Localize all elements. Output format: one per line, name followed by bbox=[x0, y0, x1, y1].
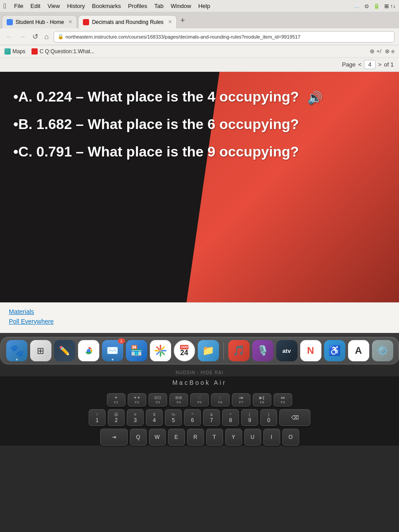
dock-textedit[interactable]: A bbox=[348, 340, 369, 361]
toolbar-icons: ⊕ +/ ⊗ e bbox=[370, 48, 395, 55]
slide-area: •A. 0.224 – What place is the 4 occupyin… bbox=[0, 72, 399, 302]
key-fast-forward[interactable]: ⏭F9 bbox=[274, 393, 292, 407]
bookmark-maps[interactable]: Maps bbox=[4, 48, 25, 55]
music-icon: 🎵 bbox=[233, 345, 245, 356]
podcasts-icon: 🎙️ bbox=[257, 345, 269, 356]
tab-label-student-hub: Student Hub - Home bbox=[16, 19, 64, 25]
circle-e-icon[interactable]: ⊗ e bbox=[385, 48, 395, 55]
dock-mail[interactable]: ✉️ 1 bbox=[102, 340, 123, 361]
menu-window[interactable]: Window bbox=[171, 3, 191, 9]
dock-area: 🐾 ⊞ ✏️ ✉️ 1 bbox=[0, 333, 399, 368]
clock-display: ⊞ ↑↓ bbox=[384, 3, 395, 9]
accessibility-icon: ♿ bbox=[329, 345, 340, 356]
tab-bar: Student Hub - Home ✕ Decimals and Roundi… bbox=[0, 12, 399, 28]
key-4[interactable]: $4 bbox=[146, 409, 163, 426]
dock-edit[interactable]: ✏️ bbox=[54, 340, 75, 361]
menu-bookmarks[interactable]: Bookmarks bbox=[92, 3, 121, 9]
key-y[interactable]: Y bbox=[225, 429, 242, 446]
menu-help[interactable]: Help bbox=[198, 3, 210, 9]
dock-launchpad[interactable]: ⊞ bbox=[30, 340, 51, 361]
key-8[interactable]: *8 bbox=[222, 409, 239, 426]
key-tab[interactable]: ⇥ bbox=[100, 429, 128, 446]
key-backspace[interactable]: ⌫ bbox=[279, 409, 310, 426]
dock-podcasts[interactable]: 🎙️ bbox=[252, 340, 274, 361]
dock-appstore[interactable]: 🏪 bbox=[126, 340, 147, 361]
menu-view[interactable]: View bbox=[47, 3, 60, 9]
bookmark-canvas[interactable]: C Q:Question:1.What... bbox=[31, 48, 94, 55]
plus-icon[interactable]: ⊕ +/ bbox=[370, 48, 381, 55]
bookmarks-bar: Maps C Q:Question:1.What... ⊕ +/ ⊗ e bbox=[0, 45, 399, 58]
home-button[interactable]: ⌂ bbox=[43, 33, 50, 41]
key-mission-control[interactable]: ⊟⊡F3 bbox=[149, 393, 167, 407]
apple-menu[interactable]:  bbox=[4, 2, 6, 10]
key-o[interactable]: O bbox=[282, 429, 299, 446]
key-1[interactable]: !1 bbox=[89, 409, 106, 426]
page-label: Page bbox=[342, 61, 356, 68]
page-arrow-right[interactable]: > bbox=[378, 61, 382, 68]
key-keyboard-light-down[interactable]: ∷F5 bbox=[190, 393, 209, 407]
back-button[interactable]: ← bbox=[4, 33, 14, 41]
key-keyboard-light-up[interactable]: ::F6 bbox=[211, 393, 230, 407]
key-e[interactable]: E bbox=[168, 429, 185, 446]
new-tab-button[interactable]: + bbox=[178, 16, 188, 25]
materials-link[interactable]: Materials bbox=[9, 308, 390, 315]
menu-tab[interactable]: Tab bbox=[154, 3, 164, 9]
page-of-label: of 1 bbox=[384, 61, 394, 68]
dock-chrome[interactable] bbox=[78, 340, 99, 361]
menu-file[interactable]: File bbox=[14, 3, 23, 9]
key-w[interactable]: W bbox=[149, 429, 166, 446]
dock-accessibility[interactable]: ♿ bbox=[324, 340, 345, 361]
menu-right-icons: ☁️ ⊙ 🔋 ⊞ ↑↓ bbox=[353, 3, 395, 9]
url-bar[interactable]: 🔒 northeastern.instructure.com/courses/1… bbox=[54, 31, 395, 43]
menu-profiles[interactable]: Profiles bbox=[128, 3, 147, 9]
tab-close-decimals[interactable]: ✕ bbox=[168, 19, 172, 25]
key-7[interactable]: &7 bbox=[203, 409, 220, 426]
dock-music[interactable]: 🎵 bbox=[228, 340, 250, 361]
dock-settings[interactable]: ⚙️ bbox=[372, 340, 393, 361]
key-t[interactable]: T bbox=[206, 429, 223, 446]
dock-finder[interactable]: 🐾 bbox=[6, 340, 27, 361]
files-icon: 📁 bbox=[202, 345, 214, 356]
key-6[interactable]: ^6 bbox=[184, 409, 201, 426]
maps-favicon bbox=[4, 48, 11, 55]
chrome-icon bbox=[82, 344, 95, 357]
slide-item-a: •A. 0.224 – What place is the 4 occupyin… bbox=[13, 88, 381, 106]
key-2[interactable]: @2 bbox=[108, 409, 125, 426]
key-q[interactable]: Q bbox=[130, 429, 147, 446]
sound-icon[interactable]: 🔊 bbox=[307, 90, 323, 106]
key-play-pause[interactable]: ▶‖F8 bbox=[253, 393, 271, 407]
key-r[interactable]: R bbox=[187, 429, 204, 446]
key-i[interactable]: I bbox=[263, 429, 280, 446]
mail-open-dot bbox=[112, 359, 113, 360]
reload-button[interactable]: ↺ bbox=[31, 32, 39, 41]
clock-icon: JAN 24 bbox=[180, 345, 188, 356]
key-brightness-up[interactable]: ✦✦F2 bbox=[128, 393, 146, 407]
dock-files[interactable]: 📁 bbox=[198, 340, 219, 361]
forward-button[interactable]: → bbox=[18, 33, 27, 41]
dock-clock[interactable]: JAN 24 bbox=[174, 340, 195, 361]
dock-news[interactable]: N bbox=[300, 340, 321, 361]
key-rewind[interactable]: ⏮F7 bbox=[232, 393, 250, 407]
key-3[interactable]: #3 bbox=[127, 409, 144, 426]
key-9[interactable]: (9 bbox=[241, 409, 258, 426]
dock-photos[interactable] bbox=[150, 340, 171, 361]
info-text: NUDSIN - HIDE RAI bbox=[176, 370, 223, 375]
dock-tv[interactable]: atv bbox=[276, 340, 297, 361]
tab-decimals[interactable]: Decimals and Rounding Rules ✕ bbox=[78, 15, 176, 28]
key-5[interactable]: %5 bbox=[165, 409, 182, 426]
key-u[interactable]: U bbox=[244, 429, 261, 446]
tab-student-hub[interactable]: Student Hub - Home ✕ bbox=[2, 15, 77, 28]
key-0[interactable]: )0 bbox=[260, 409, 277, 426]
number-key-row: !1 @2 #3 $4 %5 ^6 &7 *8 (9 )0 ⌫ bbox=[9, 409, 390, 426]
poll-everywhere-link[interactable]: Poll Everywhere bbox=[9, 318, 390, 325]
menu-history[interactable]: History bbox=[67, 3, 85, 9]
finder-icon: 🐾 bbox=[10, 344, 24, 358]
slide-item-b-text: •B. 1.682 – What place is the 6 occupyin… bbox=[13, 116, 299, 132]
svg-point-2 bbox=[159, 349, 162, 352]
key-launchpad[interactable]: ⊞⊞F4 bbox=[169, 393, 188, 407]
menu-edit[interactable]: Edit bbox=[31, 3, 40, 9]
key-brightness-down[interactable]: ✦F1 bbox=[107, 393, 125, 407]
chrome-open-dot bbox=[88, 358, 90, 360]
tab-close-student-hub[interactable]: ✕ bbox=[68, 19, 72, 25]
page-number: 4 bbox=[364, 60, 375, 69]
